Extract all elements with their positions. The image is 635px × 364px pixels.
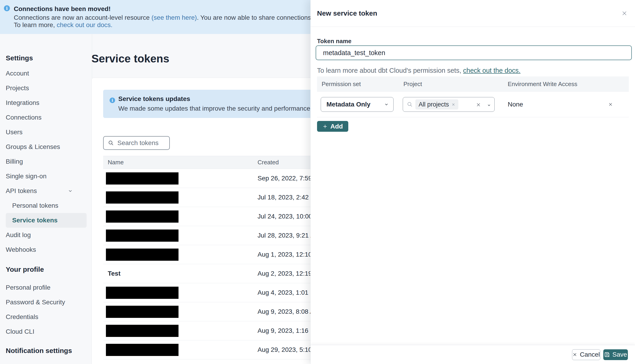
sidebar-item-credentials[interactable]: Credentials — [6, 310, 87, 324]
chevron-down-icon — [384, 102, 389, 107]
sidebar-item-label: Users — [6, 128, 23, 136]
sidebar-item-audit-log[interactable]: Audit log — [6, 228, 87, 242]
sidebar-item-billing[interactable]: Billing — [6, 154, 87, 169]
chevron-down-icon[interactable] — [487, 103, 491, 107]
token-name-cell — [103, 172, 257, 184]
close-icon[interactable] — [619, 8, 629, 18]
banner-title: Connections have been moved! — [14, 5, 111, 12]
sidebar-item-label: Personal profile — [6, 284, 51, 291]
search-icon — [407, 102, 413, 107]
column-header-project: Project — [403, 80, 422, 88]
check-docs-link[interactable]: check out our docs. — [57, 21, 113, 28]
redacted-token-name — [106, 172, 178, 184]
add-permission-button[interactable]: Add — [317, 121, 348, 132]
sidebar-item-label: Webhooks — [6, 246, 36, 254]
chevron-down-icon — [68, 188, 73, 194]
page-title: Service tokens — [91, 52, 169, 65]
sidebar-profile-items: Personal profilePassword & SecurityCrede… — [6, 280, 92, 339]
sidebar-heading-your-profile: Your profile — [6, 266, 92, 274]
all-projects-chip: All projects — [415, 100, 458, 110]
sidebar-item-label: Audit log — [6, 231, 31, 239]
sidebar-item-label: API tokens — [6, 187, 37, 194]
info-icon: i — [110, 98, 115, 103]
sidebar-item-label: Single sign-on — [6, 172, 46, 180]
permission-set-select[interactable]: Metadata Only — [321, 97, 394, 112]
sidebar-item-label: Credentials — [6, 313, 38, 320]
sidebar-item-label: Projects — [6, 84, 29, 92]
sidebar-item-personal-profile[interactable]: Personal profile — [6, 280, 87, 295]
sidebar-spacer — [6, 257, 92, 266]
x-icon — [572, 352, 577, 357]
sidebar-heading-notification-settings: Notification settings — [6, 347, 92, 355]
clear-selection-icon[interactable] — [476, 102, 481, 107]
sidebar-item-account[interactable]: Account — [6, 66, 87, 81]
sidebar-item-projects[interactable]: Projects — [6, 81, 87, 96]
token-name-cell — [103, 192, 257, 204]
search-tokens-box — [103, 136, 170, 150]
new-service-token-drawer: New service token Token name To learn mo… — [310, 0, 635, 364]
sidebar-item-password-security[interactable]: Password & Security — [6, 295, 87, 310]
callout-title: Service tokens updates — [118, 95, 190, 102]
sidebar-heading-settings: Settings — [6, 54, 92, 62]
token-name-text: Test — [103, 270, 121, 277]
sidebar-item-webhooks[interactable]: Webhooks — [6, 242, 87, 257]
drawer-title: New service token — [317, 10, 377, 17]
sidebar-spacer — [6, 339, 92, 347]
sidebar-item-cloud-cli[interactable]: Cloud CLI — [6, 324, 87, 339]
column-header-permission-set: Permission set — [322, 80, 361, 88]
sidebar-item-label: Personal tokens — [6, 202, 58, 209]
token-name-cell — [103, 248, 257, 261]
project-combobox[interactable]: All projects — [403, 97, 495, 112]
save-button-label: Save — [612, 351, 627, 358]
token-name-input[interactable] — [316, 46, 632, 60]
banner-line-3: To learn more, check out our docs. — [14, 21, 113, 29]
token-name-label: Token name — [317, 38, 352, 45]
chip-remove-icon[interactable] — [452, 103, 455, 106]
permission-row: Metadata Only All projects — [317, 92, 629, 117]
token-name-cell — [103, 230, 257, 242]
sidebar-item-api-tokens[interactable]: API tokens — [6, 184, 87, 198]
sidebar-item-connections[interactable]: Connections — [6, 110, 87, 125]
chip-label: All projects — [419, 101, 449, 108]
permissions-table-header: Permission set Project Environment Write… — [317, 76, 629, 92]
redacted-token-name — [106, 325, 178, 337]
cancel-button-label: Cancel — [580, 351, 600, 358]
column-header-environment-write-access: Environment Write Access — [508, 80, 577, 88]
token-name-cell: Test — [103, 270, 257, 277]
environment-write-access-value: None — [508, 101, 523, 108]
redacted-token-name — [106, 192, 178, 204]
token-name-cell — [103, 344, 257, 356]
settings-sidebar: Settings AccountProjectsIntegrationsConn… — [0, 34, 92, 364]
sidebar-items: AccountProjectsIntegrationsConnectionsUs… — [6, 66, 92, 257]
sidebar-item-users[interactable]: Users — [6, 125, 87, 140]
drawer-header: New service token — [310, 0, 635, 27]
sidebar-item-label: Cloud CLI — [6, 328, 35, 335]
token-name-cell — [103, 210, 257, 222]
sidebar-item-label: Billing — [6, 158, 23, 165]
sidebar-item-label: Service tokens — [6, 217, 58, 224]
banner-text: To learn more, — [14, 21, 57, 28]
sidebar-item-single-sign-on[interactable]: Single sign-on — [6, 169, 87, 184]
column-header-name: Name — [103, 159, 257, 166]
token-name-cell — [103, 325, 257, 337]
search-tokens-input[interactable] — [117, 139, 163, 147]
see-them-here-link[interactable]: (see them here) — [151, 14, 197, 21]
remove-row-icon[interactable] — [608, 102, 613, 106]
cancel-button[interactable]: Cancel — [572, 349, 600, 360]
redacted-token-name — [106, 210, 178, 222]
sidebar-item-label: Integrations — [6, 99, 39, 106]
caption-text: To learn more about dbt Cloud's permissi… — [317, 67, 463, 74]
token-name-cell — [103, 306, 257, 318]
redacted-token-name — [106, 230, 178, 242]
info-icon: i — [4, 5, 10, 11]
sidebar-item-service-tokens[interactable]: Service tokens — [6, 213, 87, 228]
save-button[interactable]: Save — [603, 349, 628, 360]
redacted-token-name — [106, 287, 178, 299]
sidebar-item-integrations[interactable]: Integrations — [6, 96, 87, 110]
banner-text: Connections are now an account-level res… — [14, 14, 151, 21]
token-name-cell — [103, 287, 257, 299]
drawer-footer: Cancel Save — [310, 345, 635, 364]
check-out-the-docs-link[interactable]: check out the docs. — [463, 67, 521, 74]
sidebar-item-groups-licenses[interactable]: Groups & Licenses — [6, 140, 87, 154]
sidebar-item-personal-tokens[interactable]: Personal tokens — [6, 198, 87, 213]
